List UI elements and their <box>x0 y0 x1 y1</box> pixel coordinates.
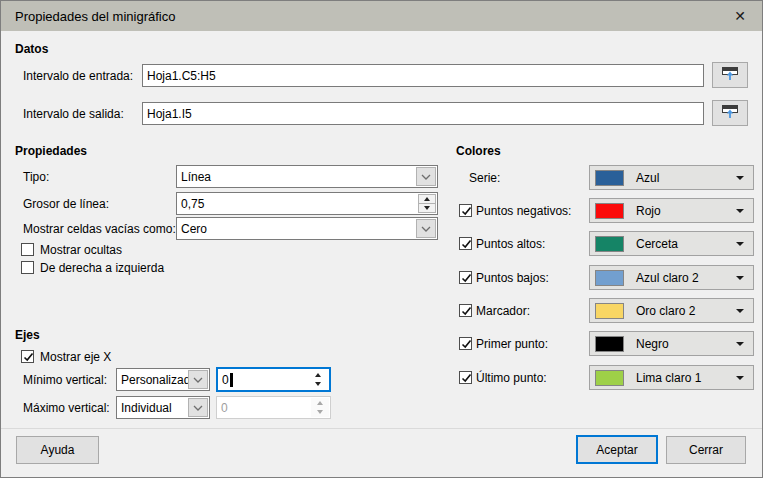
empty-cells-value: Cero <box>181 222 207 236</box>
check-icon <box>460 206 473 217</box>
color-name: Azul <box>636 171 659 185</box>
color-swatch <box>595 270 624 286</box>
color-swatch <box>595 203 624 219</box>
color-name: Lima claro 1 <box>636 371 701 385</box>
display-hidden-label: Mostrar ocultas <box>40 243 122 257</box>
check-icon <box>460 339 473 350</box>
color-swatch <box>595 236 624 252</box>
colores-header: Colores <box>456 144 501 158</box>
color-name: Oro claro 2 <box>636 304 695 318</box>
check-icon <box>22 352 35 363</box>
last-point-checkbox[interactable] <box>459 371 472 384</box>
spin-down-icon[interactable] <box>418 204 436 213</box>
input-range-field[interactable]: Hoja1.C5:H5 <box>142 64 704 87</box>
marker-checkbox[interactable] <box>459 304 472 317</box>
color-swatch <box>595 370 624 386</box>
dropdown-arrow-icon <box>736 242 744 246</box>
line-width-value: 0,75 <box>181 197 204 211</box>
type-label: Tipo: <box>23 170 49 184</box>
negative-points-label: Puntos negativos: <box>476 204 571 218</box>
chevron-down-icon[interactable] <box>188 398 208 417</box>
max-vertical-value: 0 <box>221 401 228 415</box>
high-points-checkbox[interactable] <box>459 237 472 250</box>
color-swatch <box>595 170 624 186</box>
first-point-color-dropdown[interactable]: Negro <box>589 331 754 356</box>
min-vertical-combobox[interactable]: Personalizado <box>116 368 210 391</box>
close-icon[interactable]: ✕ <box>728 5 752 27</box>
help-button[interactable]: Ayuda <box>16 436 99 464</box>
color-name: Negro <box>636 337 669 351</box>
first-point-checkbox[interactable] <box>459 337 472 350</box>
check-icon <box>460 239 473 250</box>
ejes-header: Ejes <box>15 328 40 342</box>
high-points-color-dropdown[interactable]: Cerceta <box>589 231 754 256</box>
dropdown-arrow-icon <box>736 376 744 380</box>
dropdown-arrow-icon <box>736 209 744 213</box>
type-value: Línea <box>181 170 211 184</box>
color-name: Azul claro 2 <box>636 271 699 285</box>
display-x-axis-checkbox[interactable] <box>21 350 34 363</box>
empty-cells-label: Mostrar celdas vacías como: <box>23 222 176 236</box>
first-point-label: Primer punto: <box>476 337 548 351</box>
max-vertical-spinner: 0 <box>216 396 331 419</box>
color-swatch <box>595 303 624 319</box>
last-point-label: Último punto: <box>476 371 547 385</box>
display-x-axis-label: Mostrar eje X <box>40 350 111 364</box>
spin-up-icon[interactable] <box>418 194 436 204</box>
last-point-color-dropdown[interactable]: Lima claro 1 <box>589 365 754 390</box>
input-range-shrink-button[interactable] <box>712 62 748 88</box>
ok-button[interactable]: Aceptar <box>576 435 658 464</box>
dropdown-arrow-icon <box>736 342 744 346</box>
close-button[interactable]: Cerrar <box>666 436 746 464</box>
spin-down-icon[interactable] <box>309 380 327 390</box>
check-icon <box>460 373 473 384</box>
right-to-left-checkbox[interactable] <box>21 261 34 274</box>
negative-points-color-dropdown[interactable]: Rojo <box>589 198 754 223</box>
output-range-field[interactable]: Hoja1.I5 <box>142 102 704 125</box>
output-range-shrink-button[interactable] <box>712 100 748 126</box>
color-name: Cerceta <box>636 237 678 251</box>
chevron-down-icon[interactable] <box>416 219 436 238</box>
input-range-label: Intervalo de entrada: <box>23 69 133 83</box>
propiedades-header: Propiedades <box>15 144 87 158</box>
sparkline-properties-dialog: Propiedades del minigráfico ✕ Datos Inte… <box>0 0 763 478</box>
line-width-spinner[interactable]: 0,75 <box>176 192 438 215</box>
check-icon <box>460 306 473 317</box>
display-hidden-checkbox[interactable] <box>21 243 34 256</box>
series-color-dropdown[interactable]: Azul <box>589 165 754 190</box>
spin-down-icon <box>311 408 329 418</box>
max-vertical-combobox[interactable]: Individual <box>116 396 210 419</box>
low-points-label: Puntos bajos: <box>476 271 549 285</box>
spin-up-icon[interactable] <box>309 370 327 380</box>
chevron-down-icon[interactable] <box>188 370 208 389</box>
output-range-value: Hoja1.I5 <box>147 107 192 121</box>
right-to-left-label: De derecha a izquierda <box>40 261 164 275</box>
type-combobox[interactable]: Línea <box>176 165 438 188</box>
max-vertical-mode: Individual <box>121 401 172 415</box>
max-vertical-label: Máximo vertical: <box>23 401 110 415</box>
marker-color-dropdown[interactable]: Oro claro 2 <box>589 298 754 323</box>
min-vertical-mode: Personalizado <box>121 373 197 387</box>
dialog-title: Propiedades del minigráfico <box>15 9 175 24</box>
datos-header: Datos <box>15 42 48 56</box>
titlebar: Propiedades del minigráfico <box>1 1 762 31</box>
color-swatch <box>595 336 624 352</box>
high-points-label: Puntos altos: <box>476 237 545 251</box>
dropdown-arrow-icon <box>736 309 744 313</box>
shrink-icon <box>721 66 739 85</box>
low-points-checkbox[interactable] <box>459 271 472 284</box>
output-range-label: Intervalo de salida: <box>23 107 124 121</box>
dropdown-arrow-icon <box>736 176 744 180</box>
min-vertical-spinner[interactable]: 0 <box>216 367 331 392</box>
empty-cells-combobox[interactable]: Cero <box>176 217 438 240</box>
series-color-label: Serie: <box>469 171 500 185</box>
text-caret <box>230 373 233 387</box>
low-points-color-dropdown[interactable]: Azul claro 2 <box>589 265 754 290</box>
chevron-down-icon[interactable] <box>416 167 436 186</box>
footer-separator <box>1 428 762 429</box>
line-width-label: Grosor de línea: <box>23 197 109 211</box>
spin-up-icon <box>311 398 329 408</box>
min-vertical-label: Mínimo vertical: <box>23 373 107 387</box>
negative-points-checkbox[interactable] <box>459 204 472 217</box>
color-name: Rojo <box>636 204 661 218</box>
